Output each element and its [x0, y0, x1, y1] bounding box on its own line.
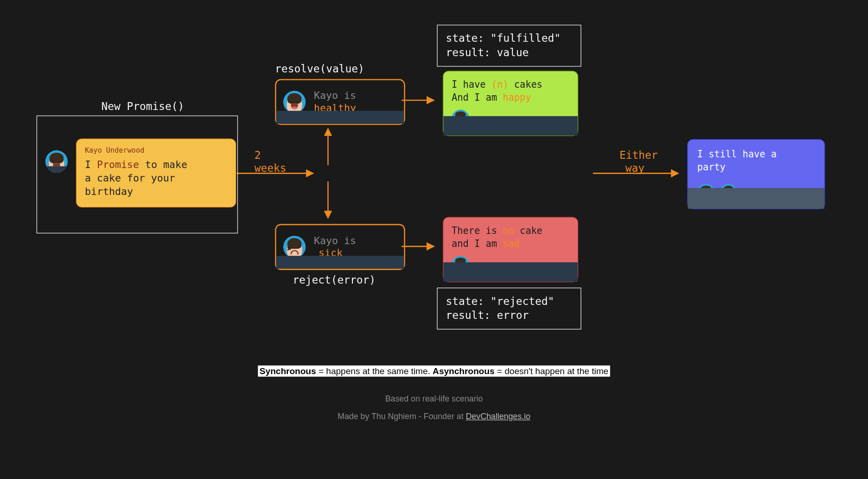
credit-line: Made by Thu Nghiem - Founder at DevChall…: [1, 411, 867, 421]
avatar-kayo-healthy: [283, 91, 306, 113]
healthy-box: Kayo is healthy: [275, 79, 405, 125]
fulfilled-card: I have (n) cakes And I am happy: [443, 71, 578, 136]
based-on-note: Based on real-life scenario: [1, 394, 867, 403]
party-card: I still have a party: [687, 139, 825, 209]
resolve-label: resolve(value): [275, 63, 364, 75]
avatar-kayo-sick: [283, 236, 306, 258]
fulfilled-state-box: state: "fulfilled" result: value: [437, 25, 581, 66]
promise-card: Kayo Underwood I Promise to make a cake …: [76, 138, 236, 207]
promise-diagram: New Promise() Kayo Underwood I Promise t…: [1, 0, 867, 478]
promise-author: Kayo Underwood: [85, 146, 227, 155]
promise-container: Kayo Underwood I Promise to make a cake …: [37, 116, 238, 233]
avatar-person-happy: [452, 110, 469, 127]
rejected-state-box: state: "rejected" result: error: [437, 288, 581, 330]
duration-label: 2weeks: [255, 149, 287, 174]
avatar-party-2: [720, 184, 737, 201]
promise-text: I Promise to make a cake for your birthd…: [85, 158, 227, 198]
devchallenges-link[interactable]: DevChallenges.io: [466, 411, 530, 421]
sick-box: Kayo is sick: [275, 224, 405, 270]
party-text: I still have a party: [697, 148, 815, 174]
rejected-card: There is no cake and I am sad: [443, 217, 578, 282]
arrows-layer: [1, 0, 867, 478]
avatar-kayo-happy: [45, 150, 68, 173]
either-way-label: Either way: [619, 149, 658, 174]
rejected-text: There is no cake and I am sad: [452, 225, 569, 250]
avatar-person-sad: [452, 256, 469, 273]
new-promise-label: New Promise(): [101, 100, 184, 113]
definition-footer: Synchronous = happens at the same time. …: [1, 365, 867, 376]
fulfilled-text: I have (n) cakes And I am happy: [452, 78, 569, 104]
reject-label: reject(error): [293, 273, 376, 286]
